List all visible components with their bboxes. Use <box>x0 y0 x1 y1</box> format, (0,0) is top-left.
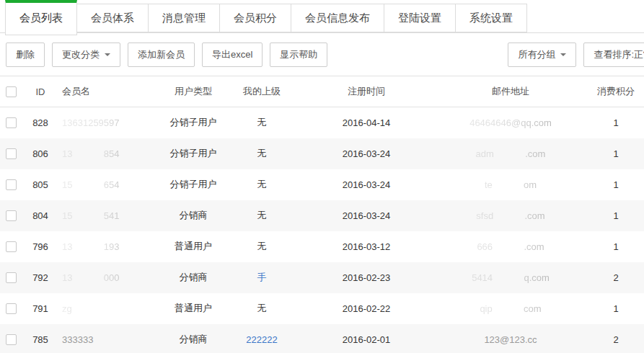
cell-parent: 无 <box>224 200 299 231</box>
cell-points: 1 <box>588 169 644 200</box>
tab-member-list[interactable]: 会员列表 <box>5 0 77 35</box>
cell-member-name: 13 000 <box>56 262 162 293</box>
cell-id: 792 <box>25 262 56 293</box>
cell-email: 666 .com <box>433 231 588 262</box>
cell-id: 804 <box>25 200 56 231</box>
cell-points: 1 <box>588 138 644 169</box>
cell-parent: 无 <box>224 107 299 138</box>
delete-button[interactable]: 删除 <box>6 43 45 67</box>
export-excel-button[interactable]: 导出excel <box>202 43 263 67</box>
tab-login-settings[interactable]: 登陆设置 <box>384 4 456 32</box>
cell-user-type: 分销商 <box>162 200 224 231</box>
tab-message-management[interactable]: 消息管理 <box>148 4 220 32</box>
header-register-time: 注册时间 <box>299 76 433 107</box>
cell-parent: 无 <box>224 231 299 262</box>
tab-bar: 会员列表 会员体系 消息管理 会员积分 会员信息发布 登陆设置 系统设置 <box>0 0 644 33</box>
table-row: 792 13 000 分销商 手 2016-02-23 5414 q.com 2 <box>0 262 644 293</box>
cell-register-time: 2016-02-23 <box>299 262 433 293</box>
row-checkbox[interactable] <box>6 303 17 314</box>
add-member-button[interactable]: 添加新会员 <box>128 43 195 67</box>
cell-member-name: 13 193 <box>56 231 162 262</box>
cell-register-time: 2016-03-24 <box>299 169 433 200</box>
row-checkbox[interactable] <box>6 210 17 221</box>
row-checkbox[interactable] <box>6 334 17 345</box>
cell-id: 828 <box>25 107 56 138</box>
table-row: 805 15 654 分销子用户 无 2016-03-24 te om 1 <box>0 169 644 200</box>
table-header-row: ID 会员名 用户类型 我的上级 注册时间 邮件地址 消费积分 <box>0 76 644 107</box>
header-user-type: 用户类型 <box>162 76 224 107</box>
cell-register-time: 2016-03-12 <box>299 231 433 262</box>
cell-user-type: 普通用户 <box>162 231 224 262</box>
row-checkbox[interactable] <box>6 148 17 159</box>
cell-email: qip com <box>433 293 588 324</box>
all-groups-label: 所有分组 <box>518 48 555 61</box>
cell-member-name: 15 654 <box>56 169 162 200</box>
select-all-checkbox[interactable] <box>6 86 17 97</box>
cell-points: 1 <box>588 293 644 324</box>
cell-id: 796 <box>25 231 56 262</box>
tab-member-info-publish[interactable]: 会员信息发布 <box>291 4 384 32</box>
cell-register-time: 2016-04-14 <box>299 107 433 138</box>
cell-user-type: 分销商 <box>162 262 224 293</box>
toolbar-right-group: 所有分组 查看排序:正常排序 <box>508 43 644 67</box>
cell-email: adm .com <box>433 138 588 169</box>
row-checkbox[interactable] <box>6 272 17 283</box>
table-row: 806 13 854 分销子用户 无 2016-03-24 adm .com 1 <box>0 138 644 169</box>
header-id: ID <box>25 76 56 107</box>
table-row: 804 15 541 分销商 无 2016-03-24 sfsd .com 1 <box>0 200 644 231</box>
cell-parent[interactable]: 222222 <box>224 324 299 353</box>
cell-email: sfsd .com <box>433 200 588 231</box>
row-checkbox[interactable] <box>6 117 17 128</box>
cell-user-type: 分销商 <box>162 324 224 353</box>
change-category-label: 更改分类 <box>62 48 100 61</box>
tab-system-settings[interactable]: 系统设置 <box>455 4 527 32</box>
chevron-down-icon <box>560 53 566 59</box>
cell-register-time: 2016-02-01 <box>299 324 433 353</box>
table-row: 828 13631259597 分销子用户 无 2016-04-14 46464… <box>0 107 644 138</box>
cell-user-type: 普通用户 <box>162 293 224 324</box>
cell-id: 806 <box>25 138 56 169</box>
cell-member-name: 13 854 <box>56 138 162 169</box>
cell-user-type: 分销子用户 <box>162 107 224 138</box>
cell-parent: 无 <box>224 293 299 324</box>
member-table: ID 会员名 用户类型 我的上级 注册时间 邮件地址 消费积分 828 1363… <box>0 76 644 353</box>
header-email: 邮件地址 <box>433 76 588 107</box>
cell-user-type: 分销子用户 <box>162 138 224 169</box>
cell-points: 2 <box>588 324 644 353</box>
cell-member-name: 333333 <box>56 324 162 353</box>
table-row: 796 13 193 普通用户 无 2016-03-12 666 .com 1 <box>0 231 644 262</box>
change-category-dropdown[interactable]: 更改分类 <box>52 43 120 67</box>
toolbar-left-group: 删除 更改分类 添加新会员 导出excel 显示帮助 <box>6 43 335 67</box>
cell-id: 805 <box>25 169 56 200</box>
cell-id: 791 <box>25 293 56 324</box>
cell-email: 123@123.cc <box>433 324 588 353</box>
cell-points: 2 <box>588 262 644 293</box>
header-parent: 我的上级 <box>224 76 299 107</box>
cell-member-name: zg <box>56 293 162 324</box>
cell-register-time: 2016-03-24 <box>299 200 433 231</box>
cell-parent: 无 <box>224 138 299 169</box>
table-row: 785 333333 分销商 222222 2016-02-01 123@123… <box>0 324 644 353</box>
header-member-name: 会员名 <box>56 76 162 107</box>
cell-user-type: 分销子用户 <box>162 169 224 200</box>
tab-member-system[interactable]: 会员体系 <box>76 4 149 32</box>
show-help-button[interactable]: 显示帮助 <box>270 43 327 67</box>
sort-order-button[interactable]: 查看排序:正常排序 <box>583 43 644 67</box>
row-checkbox[interactable] <box>6 179 17 190</box>
cell-register-time: 2016-02-22 <box>299 293 433 324</box>
cell-id: 785 <box>25 324 56 353</box>
tab-member-points[interactable]: 会员积分 <box>219 4 291 32</box>
cell-points: 1 <box>588 107 644 138</box>
header-points: 消费积分 <box>588 76 644 107</box>
toolbar: 删除 更改分类 添加新会员 导出excel 显示帮助 所有分组 查看排序:正常排… <box>0 33 644 76</box>
cell-member-name: 15 541 <box>56 200 162 231</box>
row-checkbox[interactable] <box>6 241 17 252</box>
all-groups-dropdown[interactable]: 所有分组 <box>508 43 576 67</box>
cell-member-name: 13631259597 <box>56 107 162 138</box>
cell-points: 1 <box>588 231 644 262</box>
cell-points: 1 <box>588 200 644 231</box>
table-row: 791 zg 普通用户 无 2016-02-22 qip com 1 <box>0 293 644 324</box>
cell-parent[interactable]: 手 <box>224 262 299 293</box>
cell-parent: 无 <box>224 169 299 200</box>
cell-email: te om <box>433 169 588 200</box>
